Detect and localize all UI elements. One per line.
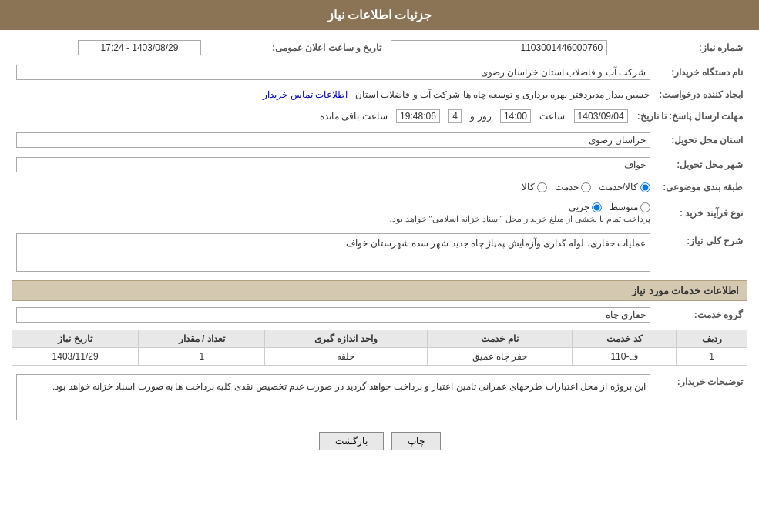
purchase-type-radio-motavaset[interactable] (640, 202, 650, 212)
category-label-kala-khadamat: کالا/خدمت (599, 182, 638, 192)
main-content: شماره نیاز: 1103001446000760 تاریخ و ساع… (0, 30, 759, 467)
info-table-row3: ایجاد کننده درخواست: حسین بیدار مدیردفتر… (12, 87, 747, 102)
buyer-org-label: نام دستگاه خریدار: (655, 62, 747, 82)
purchase-type-label-jozi: جزیی (569, 202, 589, 212)
category-option-kala: کالا (522, 182, 547, 192)
creator-value: حسین بیدار مدیردفتر بهره برداری و توسعه … (355, 89, 650, 100)
purchase-type-option-jozi: جزیی (569, 202, 602, 212)
province-label: استان محل تحویل: (655, 130, 747, 150)
purchase-type-label-motavaset: متوسط (610, 202, 638, 212)
info-table-row6: شهر محل تحویل: خواف (12, 155, 747, 175)
buyer-org-value: شرکت آب و فاضلاب استان خراسان رضوی (16, 65, 650, 80)
print-button[interactable]: چاپ (391, 432, 441, 450)
category-radio-kala[interactable] (537, 182, 547, 192)
deadline-time-label: ساعت (539, 111, 565, 122)
cell-quantity: 1 (139, 348, 265, 366)
page-header: جزئیات اطلاعات نیاز (0, 0, 759, 30)
deadline-time: 14:00 (500, 109, 531, 123)
category-radio-group: کالا/خدمت خدمت کالا (16, 182, 650, 192)
category-label: طبقه بندی موضوعی: (655, 179, 747, 195)
cell-service-code: ف-110 (573, 348, 677, 366)
category-radio-khadamat[interactable] (581, 182, 591, 192)
deadline-day: 4 (448, 109, 462, 123)
deadline-date: 1403/09/04 (574, 109, 628, 123)
province-value: خراسان رضوی (16, 132, 650, 148)
purchase-type-note: پرداخت تمام یا بخشی از مبلغ خریدار محل "… (389, 214, 650, 224)
info-table-row5: استان محل تحویل: خراسان رضوی (12, 130, 747, 150)
category-option-khadamat: خدمت (555, 182, 591, 192)
category-label-khadamat: خدمت (555, 182, 579, 192)
col-service-code: کد خدمت (573, 330, 677, 348)
back-button[interactable]: بازگشت (319, 432, 384, 450)
category-radio-kala-khadamat[interactable] (640, 182, 650, 192)
description-value: عملیات حفاری، لوله گذاری وآزمایش پمپاژ چ… (16, 233, 650, 272)
info-table-row7: طبقه بندی موضوعی: کالا/خدمت خدمت (12, 179, 747, 195)
cell-unit: حلقه (265, 348, 427, 366)
cell-row-num: 1 (677, 348, 747, 366)
creator-label: ایجاد کننده درخواست: (654, 87, 747, 102)
button-row: چاپ بازگشت (12, 432, 747, 450)
info-table-row2: نام دستگاه خریدار: شرکت آب و فاضلاب استا… (12, 62, 747, 82)
creator-link[interactable]: اطلاعات تماس خریدار (263, 89, 348, 100)
city-value: خواف (16, 157, 650, 172)
service-group-table: گروه خدمت: حفاری چاه (12, 305, 747, 325)
deadline-remaining: 19:48:06 (396, 109, 440, 123)
col-row-num: ردیف (677, 330, 747, 348)
request-number-label: شماره نیاز: (612, 38, 747, 58)
col-unit: واحد اندازه گیری (265, 330, 427, 348)
table-row: 1 ف-110 حفر چاه عمیق حلقه 1 1403/11/29 (12, 348, 747, 366)
services-section-header: اطلاعات خدمات مورد نیاز (12, 280, 747, 301)
cell-date: 1403/11/29 (12, 348, 139, 366)
city-label: شهر محل تحویل: (655, 155, 747, 175)
info-table-row4: مهلت ارسال پاسخ: تا تاریخ: 1403/09/04 سا… (12, 107, 747, 125)
request-number-value: 1103001446000760 (391, 40, 607, 55)
deadline-label: مهلت ارسال پاسخ: تا تاریخ: (633, 107, 747, 125)
cell-service-name: حفر چاه عمیق (427, 348, 573, 366)
purchase-type-radio-group: متوسط جزیی (569, 202, 650, 212)
info-table-row1: شماره نیاز: 1103001446000760 تاریخ و ساع… (12, 38, 747, 58)
info-table-description: شرح کلی نیاز: عملیات حفاری، لوله گذاری و… (12, 231, 747, 274)
buyer-notes-value: این پروژه از محل اعتبارات طرحهای عمرانی … (16, 374, 650, 420)
category-label-kala: کالا (522, 182, 535, 192)
description-label: شرح کلی نیاز: (655, 231, 747, 274)
service-group-label: گروه خدمت: (655, 305, 747, 325)
page-wrapper: جزئیات اطلاعات نیاز شماره نیاز: 11030014… (0, 0, 759, 532)
announce-value: 1403/08/29 - 17:24 (78, 40, 201, 55)
deadline-remaining-label: ساعت باقی مانده (320, 111, 388, 122)
purchase-type-label: نوع فرآیند خرید : (655, 199, 747, 226)
deadline-day-label: روز و (470, 111, 491, 122)
buyer-notes-table: توضیحات خریدار: این پروژه از محل اعتبارا… (12, 372, 747, 423)
service-group-value: حفاری چاه (16, 307, 650, 323)
col-date: تاریخ نیاز (12, 330, 139, 348)
purchase-type-option-motavaset: متوسط (610, 202, 650, 212)
buyer-notes-label: توضیحات خریدار: (655, 372, 747, 423)
col-quantity: تعداد / مقدار (139, 330, 265, 348)
purchase-type-radio-jozi[interactable] (592, 202, 602, 212)
category-option-kala-khadamat: کالا/خدمت (599, 182, 650, 192)
col-service-name: نام خدمت (427, 330, 573, 348)
page-title: جزئیات اطلاعات نیاز (327, 8, 432, 22)
announce-label: تاریخ و ساعت اعلان عمومی: (206, 38, 386, 58)
info-table-row8: نوع فرآیند خرید : متوسط جزیی (12, 199, 747, 226)
services-table: ردیف کد خدمت نام خدمت واحد اندازه گیری ت… (12, 330, 747, 366)
